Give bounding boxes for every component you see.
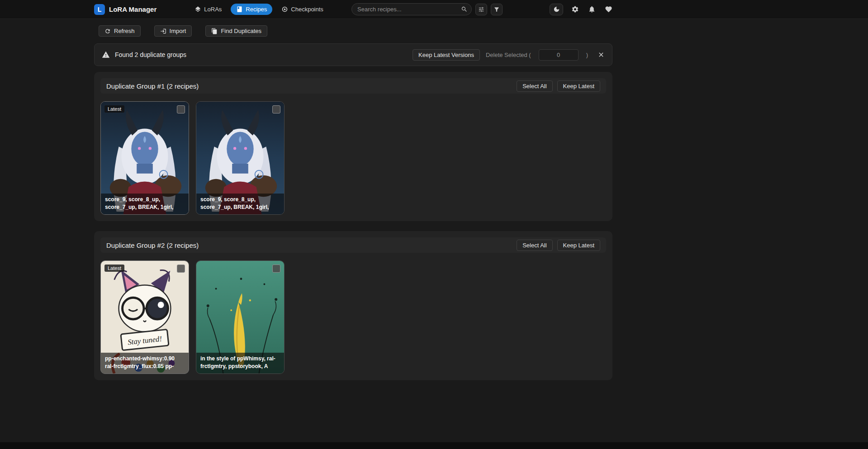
theme-toggle-button[interactable] bbox=[550, 4, 563, 15]
close-icon bbox=[598, 51, 605, 58]
refresh-label: Refresh bbox=[114, 28, 135, 34]
checkpoint-icon bbox=[281, 6, 288, 13]
select-checkbox[interactable] bbox=[177, 105, 185, 113]
refresh-icon bbox=[104, 28, 111, 34]
tab-label: Checkpoints bbox=[291, 6, 323, 13]
import-label: Import bbox=[170, 28, 186, 34]
tab-recipes[interactable]: Recipes bbox=[231, 4, 272, 15]
keep-latest-label: Keep Latest bbox=[563, 242, 594, 249]
recipe-card[interactable]: in the style of ppWhimsy, ral-frctlgmtry… bbox=[196, 260, 285, 374]
heart-icon bbox=[605, 5, 612, 13]
delete-selected-prefix: Delete Selected ( bbox=[486, 52, 531, 58]
import-button[interactable]: Import bbox=[154, 25, 192, 37]
select-all-label: Select All bbox=[522, 83, 546, 90]
keep-latest-button[interactable]: Keep Latest bbox=[557, 240, 600, 251]
duplicates-alert-banner: Found 2 duplicate groups Keep Latest Ver… bbox=[94, 43, 612, 66]
main-content: Refresh Import Find Duplicates Found 2 d… bbox=[94, 25, 612, 380]
duplicate-group-2: Duplicate Group #2 (2 recipes) Select Al… bbox=[94, 231, 612, 380]
recipe-card[interactable]: Latest score_9, score_8_up, score_7_up, … bbox=[100, 101, 189, 215]
keep-latest-versions-label: Keep Latest Versions bbox=[418, 52, 474, 58]
recipe-caption: score_9, score_8_up, score_7_up, BREAK, … bbox=[101, 194, 189, 214]
toolbar: Refresh Import Find Duplicates bbox=[94, 25, 612, 37]
bell-icon bbox=[588, 5, 596, 13]
footer-bar bbox=[0, 442, 868, 449]
sliders-icon bbox=[478, 6, 484, 13]
keep-latest-label: Keep Latest bbox=[563, 83, 594, 90]
book-icon bbox=[236, 6, 243, 13]
layers-icon bbox=[194, 6, 201, 13]
topbar-actions bbox=[550, 4, 613, 15]
search-button[interactable] bbox=[461, 6, 468, 13]
group-title: Duplicate Group #2 (2 recipes) bbox=[106, 241, 199, 249]
latest-badge: Latest bbox=[104, 105, 124, 113]
app-title: LoRA Manager bbox=[109, 5, 157, 13]
keep-latest-button[interactable]: Keep Latest bbox=[557, 80, 600, 92]
select-checkbox[interactable] bbox=[177, 265, 185, 273]
search-input[interactable] bbox=[351, 3, 472, 15]
search-options-button[interactable] bbox=[475, 4, 487, 15]
recipe-caption: in the style of ppWhimsy, ral-frctlgmtry… bbox=[196, 353, 284, 373]
group-header: Duplicate Group #1 (2 recipes) Select Al… bbox=[100, 78, 606, 94]
alert-message: Found 2 duplicate groups bbox=[115, 51, 186, 58]
select-all-button[interactable]: Select All bbox=[517, 80, 552, 92]
refresh-button[interactable]: Refresh bbox=[99, 25, 141, 37]
import-icon bbox=[160, 28, 166, 34]
duplicates-icon bbox=[211, 28, 218, 34]
duplicate-group-1: Duplicate Group #1 (2 recipes) Select Al… bbox=[94, 72, 612, 221]
moon-icon bbox=[553, 6, 560, 13]
filter-button[interactable] bbox=[491, 4, 503, 15]
select-checkbox[interactable] bbox=[272, 265, 280, 273]
search-area bbox=[351, 3, 472, 15]
app-logo: L bbox=[94, 4, 105, 15]
latest-badge: Latest bbox=[104, 265, 124, 272]
delete-count-input[interactable] bbox=[539, 49, 579, 61]
tab-checkpoints[interactable]: Checkpoints bbox=[276, 4, 329, 15]
find-duplicates-button[interactable]: Find Duplicates bbox=[205, 25, 267, 37]
group-header: Duplicate Group #2 (2 recipes) Select Al… bbox=[100, 237, 606, 253]
group-title: Duplicate Group #1 (2 recipes) bbox=[106, 82, 199, 90]
warning-icon bbox=[102, 51, 110, 59]
find-duplicates-label: Find Duplicates bbox=[221, 28, 261, 34]
recipe-caption: pp-enchanted-whimsy:0.90 ral-frctlgmtry_… bbox=[101, 353, 189, 373]
search-icon bbox=[461, 6, 468, 13]
recipe-caption: score_9, score_8_up, score_7_up, BREAK, … bbox=[196, 194, 284, 214]
card-row: Latest score_9, score_8_up, score_7_up, … bbox=[100, 101, 606, 215]
tab-loras[interactable]: LoRAs bbox=[189, 4, 227, 15]
delete-selected-suffix: ) bbox=[586, 52, 588, 58]
close-alert-button[interactable] bbox=[598, 51, 605, 58]
keep-latest-versions-button[interactable]: Keep Latest Versions bbox=[413, 49, 480, 61]
select-checkbox[interactable] bbox=[272, 105, 280, 113]
select-all-label: Select All bbox=[522, 242, 546, 249]
gear-icon bbox=[571, 5, 579, 13]
tab-label: LoRAs bbox=[204, 6, 222, 13]
tab-label: Recipes bbox=[246, 6, 267, 13]
topbar: L LoRA Manager LoRAs Recipes Checkpoints bbox=[0, 0, 868, 19]
recipe-card[interactable]: Stay tuned! Latest pp-enchanted-whimsy:0… bbox=[100, 260, 189, 374]
recipe-card[interactable]: score_9, score_8_up, score_7_up, BREAK, … bbox=[196, 101, 285, 215]
settings-button[interactable] bbox=[570, 5, 580, 14]
funnel-icon bbox=[493, 6, 500, 13]
main-nav: LoRAs Recipes Checkpoints bbox=[189, 4, 329, 15]
notifications-button[interactable] bbox=[587, 5, 597, 14]
card-row: Stay tuned! Latest pp-enchanted-whimsy:0… bbox=[100, 260, 606, 374]
select-all-button[interactable]: Select All bbox=[517, 240, 552, 251]
favorites-button[interactable] bbox=[604, 5, 613, 14]
